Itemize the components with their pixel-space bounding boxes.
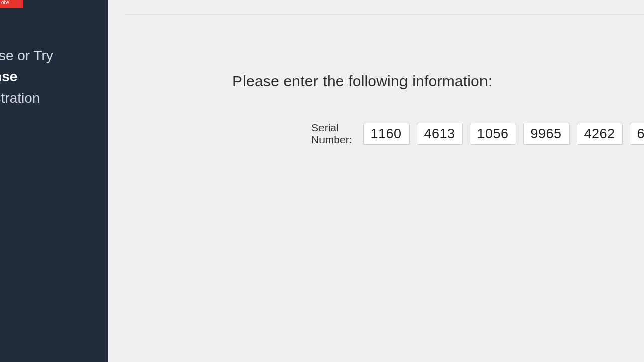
main-panel: Please enter the following information: …	[108, 0, 644, 362]
instruction-text: Please enter the following information:	[232, 73, 492, 90]
sidebar-item-label: License or Try	[0, 48, 53, 63]
sidebar-item-license-or-try[interactable]: License or Try	[0, 45, 108, 66]
sidebar-item-registration[interactable]: Registration	[0, 87, 108, 109]
sidebar: obe License or Try License Registration	[0, 0, 108, 362]
serial-input-4[interactable]	[523, 123, 570, 145]
sidebar-item-label: Registration	[0, 90, 40, 106]
serial-number-row: Serial Number:	[311, 121, 644, 147]
serial-input-2[interactable]	[417, 123, 463, 145]
sidebar-nav: License or Try License Registration	[0, 45, 108, 109]
serial-input-6[interactable]	[630, 123, 644, 145]
divider	[124, 14, 644, 15]
sidebar-item-label: License	[0, 69, 17, 84]
sidebar-item-license[interactable]: License	[0, 66, 108, 87]
serial-number-label: Serial Number:	[311, 122, 354, 146]
brand-logo-text: obe	[1, 0, 9, 5]
serial-input-5[interactable]	[577, 123, 623, 145]
serial-input-1[interactable]	[363, 123, 410, 145]
serial-input-3[interactable]	[470, 123, 516, 145]
brand-logo: obe	[0, 0, 23, 8]
